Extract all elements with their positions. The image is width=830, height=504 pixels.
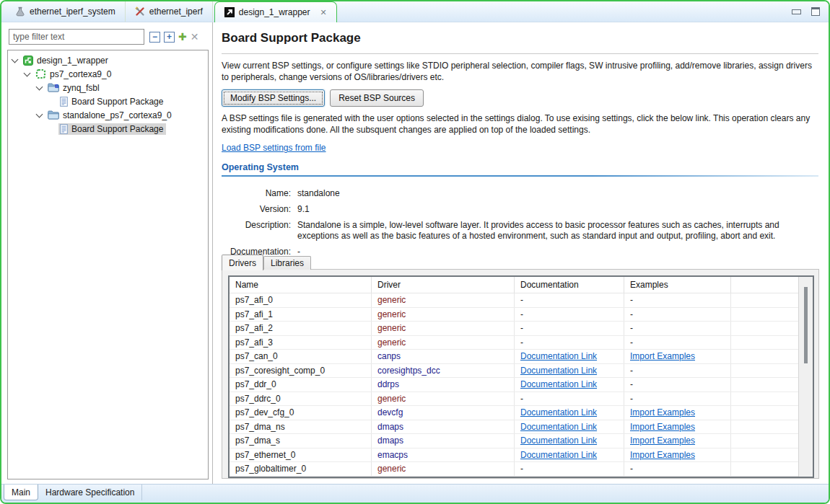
add-icon[interactable]: ✚	[178, 32, 187, 43]
table-scrollbar[interactable]	[798, 277, 813, 477]
cell-documentation: Documentation Link	[515, 350, 624, 363]
close-icon[interactable]: ✕	[320, 8, 327, 17]
cell-name: ps7_dma_ns	[230, 420, 372, 434]
page-title: Board Support Package	[222, 31, 818, 45]
cell-name: ps7_afi_1	[230, 308, 372, 322]
svg-text:B: B	[55, 83, 59, 89]
documentation-link[interactable]: Documentation Link	[520, 422, 597, 432]
cell-empty	[731, 364, 798, 378]
tab-main[interactable]: Main	[4, 485, 38, 500]
cell-empty	[731, 406, 798, 420]
table-row[interactable]: ps7_ddrc_0generic--	[230, 392, 813, 407]
drivers-tab-folder: Drivers Libraries NameDriverDocumentatio…	[222, 254, 819, 479]
cell-driver: generic	[372, 336, 515, 350]
filter-input[interactable]	[9, 29, 144, 45]
bsp-intro-text: View current BSP settings, or configure …	[222, 61, 818, 83]
tab-label: design_1_wrapper	[239, 7, 310, 17]
column-header-examples[interactable]: Examples	[624, 277, 731, 293]
table-row[interactable]: ps7_coresight_comp_0coresightps_dccDocum…	[230, 364, 813, 379]
modify-bsp-settings-button[interactable]: Modify BSP Settings...	[222, 89, 325, 107]
design-icon	[23, 56, 33, 66]
field-value: Standalone is a simple, low-level softwa…	[297, 220, 817, 242]
cell-empty	[731, 434, 798, 448]
tab-libraries[interactable]: Libraries	[263, 256, 311, 270]
tree-item-content: Board Support Package	[58, 96, 166, 107]
load-bsp-settings-link[interactable]: Load BSP settings from file	[222, 143, 326, 153]
documentation-link[interactable]: Documentation Link	[520, 407, 597, 417]
documentation-link[interactable]: Documentation Link	[520, 379, 597, 389]
cell-empty	[731, 336, 798, 350]
documentation-link[interactable]: Documentation Link	[520, 436, 597, 446]
table-row[interactable]: ps7_ddr_0ddrpsDocumentation Link-	[230, 378, 813, 392]
chevron-down-icon[interactable]	[35, 84, 44, 92]
tab-drivers[interactable]: Drivers	[222, 255, 263, 270]
tree-item-content: design_1_wrapper	[22, 55, 111, 66]
tab-ethernet-iperf-system[interactable]: ethernet_iperf_system	[6, 1, 126, 22]
maximize-icon[interactable]	[811, 7, 820, 16]
cell-driver: generic	[372, 308, 515, 322]
driver-name: canps	[377, 351, 401, 361]
cell-empty	[731, 420, 798, 434]
tree-item-content: ps7_cortexa9_0	[34, 68, 114, 80]
table-row[interactable]: ps7_globaltimer_0generic--	[230, 462, 813, 477]
expand-all-icon[interactable]: +	[164, 32, 175, 43]
column-header-driver[interactable]: Driver	[372, 277, 515, 293]
cell-empty	[731, 462, 798, 476]
driver-name: generic	[377, 394, 406, 404]
cell-empty	[731, 322, 798, 335]
os-field-name: Name: standalone	[222, 188, 818, 199]
minimize-icon[interactable]	[792, 9, 801, 14]
column-header-documentation[interactable]: Documentation	[515, 277, 624, 293]
tree-item-content: standalone_ps7_cortexa9_0	[46, 110, 175, 121]
tree-item[interactable]: design_1_wrapper	[8, 53, 208, 67]
table-row[interactable]: ps7_afi_2generic--	[230, 322, 813, 336]
tab-design-1-wrapper[interactable]: design_1_wrapper ✕	[214, 1, 337, 22]
import-examples-link[interactable]: Import Examples	[630, 351, 695, 361]
table-row[interactable]: ps7_ethernet_0emacpsDocumentation LinkIm…	[230, 448, 813, 463]
column-header-empty[interactable]	[731, 277, 798, 293]
tree-item[interactable]: Bzynq_fsbl	[8, 81, 208, 94]
cell-driver: coresightps_dcc	[372, 364, 515, 378]
chevron-down-icon[interactable]	[35, 111, 44, 120]
tree-item[interactable]: ps7_cortexa9_0	[8, 67, 208, 81]
documentation-link[interactable]: Documentation Link	[520, 450, 597, 460]
cell-driver: canps	[372, 350, 515, 363]
table-row[interactable]: ps7_can_0canpsDocumentation LinkImport E…	[230, 350, 813, 364]
tree-item[interactable]: standalone_ps7_cortexa9_0	[8, 108, 208, 122]
chevron-down-icon[interactable]	[11, 56, 19, 65]
cell-name: ps7_ddr_0	[230, 378, 372, 392]
collapse-all-icon[interactable]: −	[149, 32, 160, 43]
documentation-link[interactable]: Documentation Link	[520, 351, 597, 361]
documentation-link[interactable]: Documentation Link	[520, 366, 597, 376]
table-row[interactable]: ps7_dma_nsdmapsDocumentation LinkImport …	[230, 420, 813, 435]
import-examples-link[interactable]: Import Examples	[630, 407, 695, 417]
import-examples-link[interactable]: Import Examples	[630, 436, 695, 446]
scrollbar-thumb[interactable]	[804, 287, 808, 363]
section-underline	[222, 175, 818, 177]
table-row[interactable]: ps7_dma_sdmapsDocumentation LinkImport E…	[230, 434, 813, 448]
table-row[interactable]: ps7_afi_1generic--	[230, 308, 813, 322]
reset-bsp-sources-button[interactable]: Reset BSP Sources	[330, 89, 424, 107]
tree-item[interactable]: Board Support Package	[8, 94, 208, 108]
table-row[interactable]: ps7_dev_cfg_0devcfgDocumentation LinkImp…	[230, 406, 813, 420]
bottom-tab-bar: Main Hardware Specification	[1, 484, 829, 503]
tab-hardware-specification[interactable]: Hardware Specification	[38, 485, 142, 500]
table-row[interactable]: ps7_afi_3generic--	[230, 336, 813, 350]
project-sidebar: − + ✚ ✕ design_1_wrapperps7_cortexa9_0Bz…	[1, 22, 213, 484]
tab-ethernet-iperf[interactable]: ethernet_iperf	[126, 1, 213, 22]
field-value: 9.1	[297, 204, 817, 215]
table-row[interactable]: ps7_afi_0generic--	[230, 293, 813, 308]
chevron-down-icon[interactable]	[23, 70, 32, 79]
cell-examples: -	[624, 462, 731, 476]
import-examples-link[interactable]: Import Examples	[630, 450, 695, 460]
clear-icon[interactable]: ✕	[191, 32, 199, 43]
field-label: Name:	[222, 188, 291, 199]
tree-item[interactable]: Board Support Package	[8, 122, 208, 136]
bsp-button-row: Modify BSP Settings... Reset BSP Sources	[222, 89, 818, 107]
os-field-description: Description: Standalone is a simple, low…	[222, 220, 818, 242]
column-header-name[interactable]: Name	[230, 277, 372, 293]
cell-examples: -	[624, 322, 731, 335]
import-examples-link[interactable]: Import Examples	[630, 422, 695, 432]
view-controls	[792, 7, 820, 16]
tree-selection: Board Support Package	[58, 123, 166, 135]
